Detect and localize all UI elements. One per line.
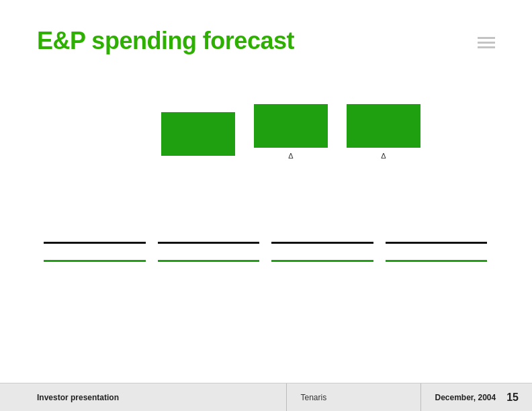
bar-group-1 bbox=[161, 112, 235, 160]
green-line-4 bbox=[386, 260, 488, 262]
menu-icon[interactable] bbox=[478, 37, 495, 48]
slide-title: E&P spending forecast bbox=[37, 27, 294, 55]
footer-page-number: 15 bbox=[506, 392, 519, 404]
black-line-1 bbox=[44, 242, 146, 244]
green-line-1 bbox=[44, 260, 146, 262]
footer-date-page: December, 2004 15 bbox=[421, 392, 532, 404]
bar-2 bbox=[254, 104, 328, 148]
footer-company-label: Tenaris bbox=[287, 383, 421, 411]
bar-3 bbox=[347, 104, 420, 148]
bar-2-delta: Δ bbox=[288, 152, 293, 160]
footer-presentation-label: Investor presentation bbox=[0, 383, 287, 411]
bar-1 bbox=[161, 112, 235, 156]
menu-line-2 bbox=[478, 42, 495, 44]
menu-line-1 bbox=[478, 37, 495, 39]
black-line-3 bbox=[271, 242, 373, 244]
footer: Investor presentation Tenaris December, … bbox=[0, 383, 532, 411]
slide: E&P spending forecast Δ Δ bbox=[0, 0, 532, 411]
green-line-3 bbox=[271, 260, 373, 262]
black-lines-row bbox=[44, 242, 487, 244]
black-line-4 bbox=[386, 242, 488, 244]
green-lines-row bbox=[44, 260, 487, 262]
footer-date: December, 2004 bbox=[435, 393, 496, 402]
green-line-2 bbox=[158, 260, 260, 262]
black-line-2 bbox=[158, 242, 260, 244]
bar-group-3: Δ bbox=[347, 104, 420, 160]
bar-3-delta: Δ bbox=[381, 152, 386, 160]
bar-group-2: Δ bbox=[254, 104, 328, 160]
lines-area bbox=[44, 242, 487, 278]
bars-area: Δ Δ bbox=[161, 104, 420, 160]
menu-line-3 bbox=[478, 46, 495, 48]
